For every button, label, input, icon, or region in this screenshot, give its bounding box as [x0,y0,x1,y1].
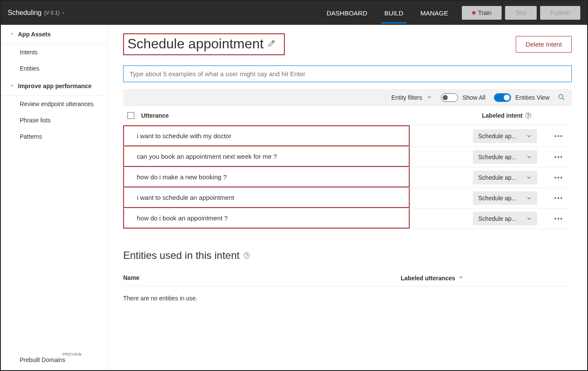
utterance-table-header: Utterance Labeled intent ? [123,106,572,125]
more-actions-icon[interactable]: ••• [554,154,563,160]
preview-badge: PREVIEW [62,352,82,356]
labeled-intent-dropdown[interactable]: Schedule ap... [473,191,537,205]
entities-section-title: Entities used in this intent ? [123,249,572,261]
pencil-icon[interactable] [268,39,275,48]
show-all-label: Show All [462,94,485,101]
more-actions-icon[interactable]: ••• [554,195,563,202]
chevron-down-icon [526,154,532,160]
entities-empty-message: There are no entities in use. [123,286,572,310]
svg-line-1 [562,98,564,100]
utterance-row[interactable]: how do i make a new booking ? Schedule a… [123,167,572,188]
sidebar-item-review-utterances[interactable]: Review endpoint utterances [1,96,107,112]
chevron-down-icon [61,9,65,17]
chevron-down-icon [458,274,464,282]
chevron-down-icon [526,133,532,139]
select-all-checkbox[interactable] [127,112,134,119]
app-selector[interactable]: Scheduling (V 0.1) [8,9,65,17]
col-utterance: Utterance [141,112,482,119]
chevron-down-icon [526,216,532,222]
title-highlight: Schedule appointment [123,33,285,55]
chevron-down-icon [526,175,532,181]
more-actions-icon[interactable]: ••• [554,174,563,181]
test-button[interactable]: Test [505,6,537,20]
svg-point-0 [559,95,563,98]
nav-dashboard[interactable]: DASHBOARD [323,3,371,24]
sidebar-item-phrase-lists[interactable]: Phrase lists [1,112,107,128]
utterance-row[interactable]: how do i book an appointment ? Schedule … [123,208,572,229]
entities-view-toggle[interactable] [494,93,511,102]
page-title: Schedule appointment [127,36,263,52]
more-actions-icon[interactable]: ••• [554,215,563,222]
utterance-row[interactable]: i want to schedule with my doctor Schedu… [123,125,572,147]
utterance-row[interactable]: can you book an appointment next week fo… [123,147,572,167]
sidebar-section-improve[interactable]: Improve app performance [1,77,107,96]
nav-build[interactable]: BUILD [381,3,407,24]
sidebar-section-app-assets[interactable]: App Assets [1,25,107,44]
utterance-text: i want to schedule with my doctor [124,132,231,139]
delete-intent-button[interactable]: Delete Intent [516,36,572,53]
labeled-intent-dropdown[interactable]: Schedule ap... [473,129,537,143]
help-icon[interactable]: ? [244,252,250,258]
sidebar-item-patterns[interactable]: Patterns [1,128,107,145]
chevron-down-icon [426,94,432,101]
status-dot-icon [472,11,476,15]
chevron-up-icon [9,31,15,38]
app-version: (V 0.1) [44,10,59,16]
main-content: Schedule appointment Delete Intent Entit… [108,25,587,370]
sidebar-item-entities[interactable]: Entities [1,60,107,77]
labeled-intent-dropdown[interactable]: Schedule ap... [473,171,537,184]
chevron-down-icon [526,195,532,201]
filter-bar: Entity filters Show All Entities View [123,89,572,106]
publish-button[interactable]: Publish [540,6,580,20]
labeled-intent-dropdown[interactable]: Schedule ap... [473,212,537,226]
utterance-text: how do i book an appointment ? [124,214,228,222]
app-name: Scheduling [8,9,41,17]
entities-table-header: Name Labeled utterances [123,270,572,286]
utterance-text: how do i make a new booking ? [124,173,227,181]
help-icon[interactable]: ? [525,113,531,119]
sidebar-item-prebuilt-domains[interactable]: PREVIEW Prebuilt Domains [1,350,107,370]
train-button[interactable]: Train [462,6,502,20]
utterance-input[interactable] [123,65,572,82]
top-nav: DASHBOARD BUILD MANAGE [323,3,452,24]
nav-manage[interactable]: MANAGE [417,3,452,24]
chevron-up-icon [9,83,15,89]
sidebar: App Assets Intents Entities Improve app … [1,25,108,370]
more-actions-icon[interactable]: ••• [554,133,563,139]
search-icon[interactable] [558,94,565,102]
sidebar-item-intents[interactable]: Intents [1,44,107,60]
col-labeled-intent: Labeled intent ? [482,112,567,119]
utterance-text: can you book an appointment next week fo… [124,153,277,160]
labeled-intent-dropdown[interactable]: Schedule ap... [473,150,537,164]
entities-view-label: Entities View [515,94,550,101]
topbar: Scheduling (V 0.1) DASHBOARD BUILD MANAG… [1,1,587,25]
col-name: Name [123,274,401,282]
show-all-toggle[interactable] [441,93,458,102]
utterance-row[interactable]: i want to schedule an appointment Schedu… [123,188,572,208]
col-labeled-utterances[interactable]: Labeled utterances [401,274,572,282]
utterance-text: i want to schedule an appointment [124,194,234,201]
entity-filters-dropdown[interactable]: Entity filters [391,94,432,101]
